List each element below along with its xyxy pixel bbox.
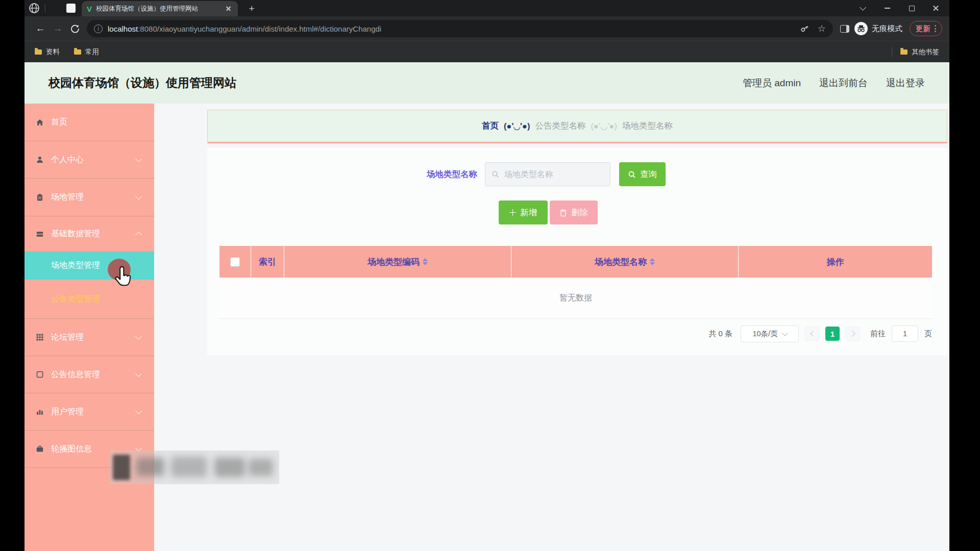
breadcrumb: 首页 (●'◡'●) 公告类型名称 (●'◡'●) 场地类型名称	[207, 110, 947, 143]
next-page-button[interactable]	[846, 327, 860, 341]
search-field-label: 场地类型名称	[409, 162, 477, 186]
page-size-value: 10条/页	[752, 329, 777, 339]
kebab-menu-icon[interactable]	[935, 25, 936, 32]
chevron-down-icon	[135, 193, 142, 200]
back-icon[interactable]: ←	[32, 20, 49, 37]
sidebar-subitem-venue-type-management[interactable]: 场地类型管理	[24, 252, 154, 280]
table-header-index: 索引	[251, 246, 284, 278]
globe-icon	[29, 3, 40, 14]
new-tab-button[interactable]: +	[245, 2, 258, 15]
update-button[interactable]: 更新	[910, 21, 942, 36]
breadcrumb-separator: (●'◡'●)	[591, 121, 617, 131]
sidebar-item-home[interactable]: 首页	[24, 104, 154, 141]
table-header-venue-type-name[interactable]: 场地类型名称	[511, 246, 739, 278]
search-icon	[492, 170, 499, 178]
site-title: 校园体育场馆（设施）使用管理网站	[48, 62, 236, 104]
sidebar-item-notice-info-management[interactable]: 公告信息管理	[24, 356, 154, 393]
logout-link[interactable]: 退出登录	[886, 77, 925, 90]
chevron-down-icon	[135, 333, 142, 340]
search-input[interactable]	[503, 169, 604, 180]
clipboard-icon	[36, 193, 44, 202]
breadcrumb-item: 公告类型名称	[535, 120, 585, 132]
update-label: 更新	[916, 24, 930, 34]
select-all-checkbox[interactable]	[230, 257, 240, 267]
sidebar-item-label: 场地管理	[51, 192, 84, 203]
database-icon	[36, 230, 44, 238]
delete-button[interactable]: 删除	[550, 201, 598, 224]
pagination-total: 共 0 条	[708, 329, 732, 339]
table-header-row: 索引 场地类型编码 场地类型名称 操作	[219, 246, 932, 278]
folder-icon	[900, 49, 908, 55]
table-header-venue-type-code[interactable]: 场地类型编码	[284, 246, 511, 278]
forward-icon[interactable]: →	[49, 20, 66, 37]
reload-icon[interactable]	[66, 20, 84, 37]
bookmarks-bar: 资料 常用 其他书签	[24, 41, 949, 62]
screenshot-stage: V 校园体育场馆（设施）使用管理网站 + ← → i localhost:8	[0, 0, 980, 551]
breadcrumb-separator: (●'◡'●)	[504, 121, 530, 131]
sidebar-item-label: 公告信息管理	[51, 369, 100, 380]
search-input-wrap	[485, 162, 610, 186]
goto-page-input[interactable]	[892, 325, 918, 342]
sidebar-item-label: 场地类型管理	[51, 260, 100, 271]
active-tab[interactable]: V 校园体育场馆（设施）使用管理网站	[82, 1, 238, 16]
hand-cursor-icon	[114, 265, 132, 289]
incognito-badge: 无痕模式	[854, 22, 902, 35]
prev-page-button[interactable]	[805, 327, 819, 341]
chevron-down-icon	[135, 156, 142, 162]
sidebar-item-basic-data-management[interactable]: 基础数据管理	[24, 216, 154, 252]
password-key-icon[interactable]	[799, 23, 810, 34]
goto-label: 前往	[870, 329, 886, 339]
briefcase-icon	[36, 445, 44, 453]
current-page-button[interactable]: 1	[825, 327, 840, 341]
restore-button[interactable]	[899, 0, 924, 16]
sidebar-item-label: 基础数据管理	[51, 229, 100, 239]
other-bookmarks[interactable]: 其他书签	[900, 47, 939, 57]
add-button-label: 新增	[520, 207, 537, 218]
sort-carets-icon[interactable]	[650, 258, 655, 265]
sidebar-item-venue-management[interactable]: 场地管理	[24, 179, 154, 216]
tab-title: 校园体育场馆（设施）使用管理网站	[96, 5, 211, 13]
minimize-button[interactable]	[875, 0, 899, 16]
add-button[interactable]: 新增	[499, 201, 548, 224]
bookmark-label: 常用	[85, 47, 99, 57]
pinned-tab-globe[interactable]	[29, 3, 40, 14]
chevron-down-icon	[782, 330, 788, 336]
grid-icon	[36, 333, 44, 341]
url-path: :8080/xiaoyuantiyuchangguan/admin/dist/i…	[138, 24, 381, 33]
chevron-down-icon	[135, 408, 142, 414]
close-button[interactable]	[924, 0, 948, 16]
pinned-tab-blank[interactable]	[66, 4, 76, 13]
exit-to-front-link[interactable]: 退出到前台	[819, 77, 868, 90]
sidebar-item-user-management[interactable]: 用户管理	[24, 393, 154, 431]
admin-user-label: 管理员 admin	[743, 77, 801, 90]
data-table: 索引 场地类型编码 场地类型名称 操作 暂无数据	[219, 246, 932, 319]
sort-carets-icon[interactable]	[423, 258, 428, 265]
url-bar[interactable]: i localhost:8080/xiaoyuantiyuchangguan/a…	[87, 20, 833, 37]
folder-icon	[74, 49, 81, 55]
page-size-select[interactable]: 10条/页	[741, 325, 799, 342]
sidebar-subitem-notice-type-management[interactable]: 公告类型管理	[24, 280, 154, 319]
chevron-up-icon	[135, 232, 142, 238]
bar-chart-icon	[36, 408, 44, 416]
side-panel-icon[interactable]	[840, 25, 849, 33]
bookmark-folder-ziliao[interactable]: 资料	[35, 47, 60, 57]
sidebar-item-forum-management[interactable]: 论坛管理	[24, 319, 154, 356]
trash-icon	[559, 209, 567, 217]
tab-search-chevron-icon[interactable]	[850, 0, 875, 16]
window-controls	[850, 0, 948, 16]
tab-strip: V 校园体育场馆（设施）使用管理网站 +	[24, 0, 949, 16]
sidebar-item-label: 个人中心	[51, 155, 84, 165]
sidebar-item-personal-center[interactable]: 个人中心	[24, 141, 154, 179]
sidebar-item-label: 论坛管理	[51, 332, 84, 343]
bookmark-star-icon[interactable]: ☆	[818, 24, 826, 33]
site-header: 校园体育场馆（设施）使用管理网站 管理员 admin 退出到前台 退出登录	[24, 62, 949, 104]
query-button[interactable]: 查询	[619, 162, 666, 186]
info-icon[interactable]: i	[94, 24, 103, 33]
table-empty-row: 暂无数据	[219, 278, 932, 319]
empty-data-text: 暂无数据	[559, 293, 592, 304]
url-host: localhost	[108, 24, 138, 33]
tab-close-icon[interactable]	[225, 5, 233, 13]
sidebar-item-label: 首页	[51, 117, 67, 128]
breadcrumb-home[interactable]: 首页	[482, 120, 499, 132]
bookmark-folder-changyong[interactable]: 常用	[74, 47, 99, 57]
